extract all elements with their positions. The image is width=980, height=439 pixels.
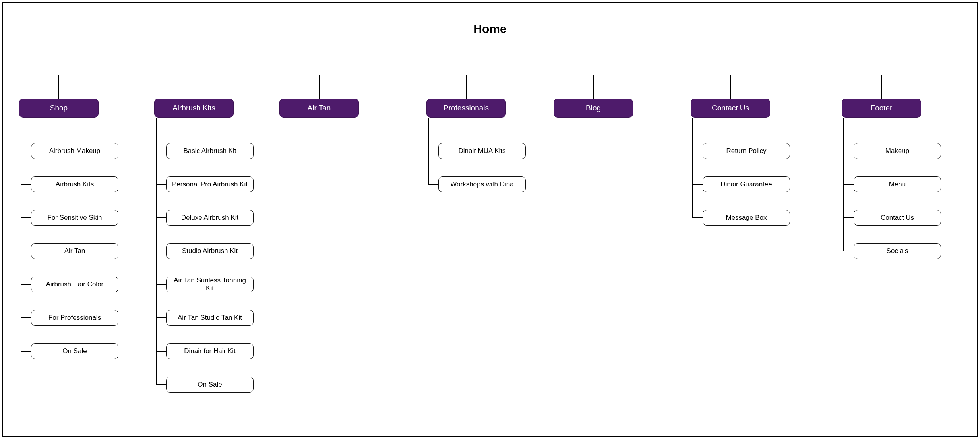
connector-rail-shop — [21, 118, 21, 351]
child-airbrush-kits-7[interactable]: On Sale — [166, 377, 254, 393]
child-label: Air Tan — [64, 247, 85, 255]
connector-tick — [843, 151, 854, 151]
child-footer-2[interactable]: Contact Us — [854, 210, 941, 226]
children-professionals: Dinair MUA KitsWorkshops with Dina — [426, 126, 526, 192]
connector-drop-blog — [593, 75, 594, 99]
child-airbrush-kits-2[interactable]: Deluxe Airbrush Kit — [166, 210, 254, 226]
connector-drop-footer — [881, 75, 882, 99]
connector-drop-air-tan — [319, 75, 320, 99]
category-air-tan[interactable]: Air Tan — [279, 99, 359, 118]
connector-tick — [156, 317, 166, 318]
child-item: Message Box — [703, 210, 790, 226]
child-professionals-0[interactable]: Dinair MUA Kits — [438, 143, 526, 159]
child-item: For Professionals — [31, 310, 118, 326]
connector-drop-shop — [58, 75, 59, 99]
child-label: Return Policy — [726, 147, 766, 155]
connector-tick — [692, 151, 703, 151]
child-shop-6[interactable]: On Sale — [31, 343, 118, 359]
category-label: Airbrush Kits — [172, 104, 215, 112]
child-label: Dinair for Hair Kit — [184, 347, 235, 355]
child-airbrush-kits-1[interactable]: Personal Pro Airbrush Kit — [166, 176, 254, 192]
child-contact-us-0[interactable]: Return Policy — [703, 143, 790, 159]
child-professionals-1[interactable]: Workshops with Dina — [438, 176, 526, 192]
connector-root-stem — [490, 38, 490, 75]
connector-tick — [843, 184, 854, 185]
child-item: On Sale — [31, 343, 118, 359]
child-label: Air Tan Studio Tan Kit — [178, 314, 242, 322]
child-item: Air Tan — [31, 243, 118, 259]
child-item: Socials — [854, 243, 941, 259]
child-shop-4[interactable]: Airbrush Hair Color — [31, 277, 118, 292]
children-airbrush-kits: Basic Airbrush KitPersonal Pro Airbrush … — [154, 126, 254, 393]
category-contact-us[interactable]: Contact Us — [691, 99, 770, 118]
child-shop-1[interactable]: Airbrush Kits — [31, 176, 118, 192]
child-item: Dinair MUA Kits — [438, 143, 526, 159]
connector-tick — [21, 184, 31, 185]
connector-tick — [692, 184, 703, 185]
child-label: Dinair MUA Kits — [458, 147, 505, 155]
category-label: Professionals — [444, 104, 489, 112]
child-airbrush-kits-4[interactable]: Air Tan Sunless Tanning Kit — [166, 277, 254, 292]
child-footer-3[interactable]: Socials — [854, 243, 941, 259]
column-shop: ShopAirbrush MakeupAirbrush KitsFor Sens… — [19, 99, 99, 359]
child-item: Menu — [854, 176, 941, 192]
child-label: Workshops with Dina — [450, 180, 513, 188]
child-shop-0[interactable]: Airbrush Makeup — [31, 143, 118, 159]
child-item: Personal Pro Airbrush Kit — [166, 176, 254, 192]
child-item: Air Tan Studio Tan Kit — [166, 310, 254, 326]
child-label: Air Tan Sunless Tanning Kit — [170, 277, 249, 292]
child-item: Makeup — [854, 143, 941, 159]
child-footer-1[interactable]: Menu — [854, 176, 941, 192]
child-shop-3[interactable]: Air Tan — [31, 243, 118, 259]
child-airbrush-kits-3[interactable]: Studio Airbrush Kit — [166, 243, 254, 259]
child-label: Socials — [887, 247, 908, 255]
child-item: For Sensitive Skin — [31, 210, 118, 226]
connector-tick — [692, 217, 703, 218]
connector-drop-airbrush-kits — [194, 75, 194, 99]
child-label: Message Box — [726, 214, 767, 222]
child-shop-2[interactable]: For Sensitive Skin — [31, 210, 118, 226]
child-airbrush-kits-5[interactable]: Air Tan Studio Tan Kit — [166, 310, 254, 326]
child-item: Dinair Guarantee — [703, 176, 790, 192]
category-footer[interactable]: Footer — [842, 99, 921, 118]
connector-tick — [21, 217, 31, 218]
child-label: Basic Airbrush Kit — [183, 147, 236, 155]
child-footer-0[interactable]: Makeup — [854, 143, 941, 159]
category-label: Footer — [871, 104, 893, 112]
connector-tick — [843, 251, 854, 251]
child-contact-us-2[interactable]: Message Box — [703, 210, 790, 226]
child-item: Basic Airbrush Kit — [166, 143, 254, 159]
child-item: Deluxe Airbrush Kit — [166, 210, 254, 226]
child-airbrush-kits-6[interactable]: Dinair for Hair Kit — [166, 343, 254, 359]
category-airbrush-kits[interactable]: Airbrush Kits — [154, 99, 234, 118]
child-label: Airbrush Makeup — [49, 147, 101, 155]
child-item: On Sale — [166, 377, 254, 393]
category-professionals[interactable]: Professionals — [426, 99, 506, 118]
connector-tick — [843, 217, 854, 218]
child-label: Deluxe Airbrush Kit — [181, 214, 239, 222]
child-item: Air Tan Sunless Tanning Kit — [166, 277, 254, 292]
child-label: On Sale — [198, 381, 222, 389]
child-item: Contact Us — [854, 210, 941, 226]
category-blog[interactable]: Blog — [554, 99, 633, 118]
child-airbrush-kits-0[interactable]: Basic Airbrush Kit — [166, 143, 254, 159]
category-label: Air Tan — [308, 104, 331, 112]
root-label: Home — [473, 22, 506, 35]
child-label: Studio Airbrush Kit — [182, 247, 238, 255]
child-label: For Professionals — [48, 314, 101, 322]
connector-tick — [156, 217, 166, 218]
category-shop[interactable]: Shop — [19, 99, 99, 118]
column-professionals: ProfessionalsDinair MUA KitsWorkshops wi… — [426, 99, 506, 192]
sitemap-frame: Home ShopAirbrush MakeupAirbrush KitsFor… — [2, 2, 978, 437]
column-air-tan: Air Tan — [279, 99, 359, 118]
child-item: Workshops with Dina — [438, 176, 526, 192]
connector-tick — [21, 284, 31, 285]
child-item: Airbrush Kits — [31, 176, 118, 192]
connector-rail-contact-us — [692, 118, 693, 218]
child-contact-us-1[interactable]: Dinair Guarantee — [703, 176, 790, 192]
column-footer: FooterMakeupMenuContact UsSocials — [842, 99, 921, 259]
child-shop-5[interactable]: For Professionals — [31, 310, 118, 326]
connector-tick — [21, 251, 31, 251]
child-item: Dinair for Hair Kit — [166, 343, 254, 359]
children-shop: Airbrush MakeupAirbrush KitsFor Sensitiv… — [19, 126, 118, 359]
